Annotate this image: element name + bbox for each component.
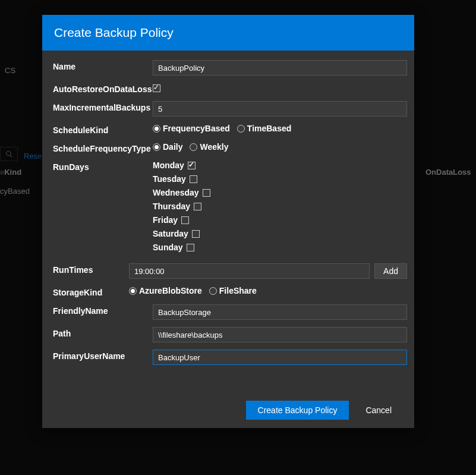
label-maxinc: MaxIncrementalBackups [53, 101, 153, 112]
autorestore-checkbox[interactable] [153, 84, 160, 92]
name-input[interactable] [153, 60, 407, 76]
label-friendly: FriendlyName [53, 304, 153, 316]
schedfreq-daily-label: Daily [163, 142, 182, 152]
friendlyname-input[interactable] [153, 304, 407, 320]
label-name: Name [53, 60, 153, 71]
storagekind-fileshare-label: FileShare [219, 286, 257, 295]
day-wednesday-label: Wednesday [153, 188, 199, 197]
path-input[interactable] [153, 327, 407, 342]
schedkind-frequencybased-radio[interactable] [153, 125, 160, 133]
dialog-body: Name AutoRestoreOnDataLoss MaxIncrementa… [42, 51, 414, 392]
create-backup-policy-button[interactable]: Create Backup Policy [246, 401, 349, 420]
dialog-title: Create Backup Policy [42, 15, 414, 51]
cancel-button[interactable]: Cancel [354, 401, 404, 420]
runtimes-input[interactable] [129, 263, 370, 279]
day-sunday-label: Sunday [153, 243, 183, 252]
day-friday-checkbox[interactable] [181, 216, 189, 224]
schedkind-frequencybased-label: FrequencyBased [163, 124, 230, 133]
day-saturday-label: Saturday [153, 229, 188, 238]
storagekind-fileshare-radio[interactable] [209, 287, 217, 295]
schedfreq-weekly-radio[interactable] [190, 143, 197, 151]
dialog-footer: Create Backup Policy Cancel [42, 392, 414, 428]
schedkind-timebased-label: TimeBased [247, 124, 291, 133]
label-path: Path [53, 327, 153, 338]
label-primaryuser: PrimaryUserName [53, 350, 153, 361]
add-runtime-button[interactable]: Add [374, 263, 407, 279]
maxinc-input[interactable] [153, 101, 407, 117]
day-tuesday-checkbox[interactable] [190, 175, 197, 183]
day-monday-label: Monday [153, 161, 184, 170]
label-schedkind: ScheduleKind [53, 124, 153, 135]
rundays-list: Monday Tuesday Wednesday Thursday Friday… [153, 161, 407, 256]
label-autorestore: AutoRestoreOnDataLoss [53, 83, 153, 94]
schedfreq-weekly-label: Weekly [200, 142, 228, 152]
primaryusername-input[interactable] [153, 350, 407, 365]
day-thursday-label: Thursday [153, 202, 190, 211]
day-monday-checkbox[interactable] [188, 162, 196, 169]
schedfreq-daily-radio[interactable] [153, 143, 160, 151]
schedkind-timebased-radio[interactable] [237, 125, 245, 133]
label-rundays: RunDays [53, 161, 153, 172]
day-wednesday-checkbox[interactable] [203, 189, 210, 197]
day-tuesday-label: Tuesday [153, 174, 186, 184]
day-thursday-checkbox[interactable] [194, 203, 201, 210]
day-saturday-checkbox[interactable] [192, 230, 200, 238]
create-backup-policy-dialog: Create Backup Policy Name AutoRestoreOnD… [42, 15, 414, 428]
day-friday-label: Friday [153, 215, 178, 225]
storagekind-azureblob-label: AzureBlobStore [139, 286, 202, 295]
day-sunday-checkbox[interactable] [187, 244, 194, 251]
storagekind-azureblob-radio[interactable] [129, 287, 137, 295]
label-schedfreq: ScheduleFrequencyType [53, 142, 153, 153]
